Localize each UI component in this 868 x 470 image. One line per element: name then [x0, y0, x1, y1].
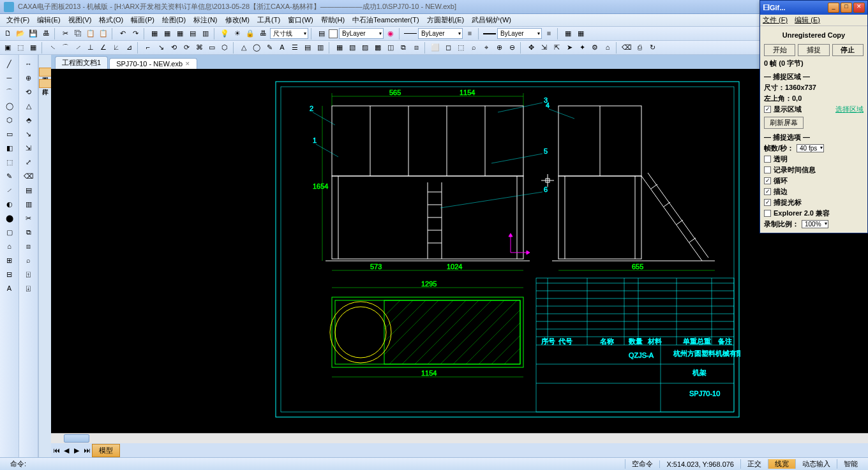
draw-tool-6[interactable]: ◧ — [3, 142, 17, 154]
dock-tab-styles[interactable]: 样库 — [39, 79, 52, 88]
tool-btn-18[interactable]: ☰ — [289, 42, 301, 54]
lt-mgr-btn[interactable]: ≡ — [464, 28, 475, 40]
tool-btn-19[interactable]: ▤ — [302, 42, 313, 54]
tool-btn-26[interactable]: ⧉ — [398, 42, 409, 54]
tool-btn-5[interactable]: ⟀ — [110, 42, 122, 54]
linetype-combo[interactable]: ByLayer — [418, 28, 463, 39]
tool-btn-24[interactable]: ▩ — [372, 42, 384, 54]
tab-last-btn[interactable]: ⏭ — [82, 446, 92, 454]
status-dyn[interactable]: 动态输入 — [795, 459, 837, 469]
dim-style-combo[interactable]: 尺寸线 — [270, 28, 308, 39]
menu-8[interactable]: 工具(T) — [253, 14, 284, 26]
tool-btn-7[interactable]: ⌐ — [142, 42, 154, 54]
tool-btn-37[interactable]: ⇱ — [551, 42, 562, 54]
status-ortho[interactable]: 正交 — [740, 459, 768, 469]
gif-cb-explorer[interactable] — [764, 210, 771, 217]
menu-12[interactable]: 方圆塑机(E) — [423, 14, 468, 26]
mod-tool-5[interactable]: ↘ — [22, 128, 36, 140]
draw-tool-11[interactable]: ⬤ — [3, 212, 17, 224]
draw-tool-8[interactable]: ✎ — [3, 170, 17, 182]
mod-tool-2[interactable]: ⟲ — [22, 85, 36, 98]
mod-tool-0[interactable]: ↔ — [22, 57, 36, 70]
tool-btn-39[interactable]: ✦ — [576, 42, 588, 54]
menu-7[interactable]: 修改(M) — [221, 14, 254, 26]
tool-btn-42[interactable]: ⌫ — [621, 42, 632, 54]
menu-1[interactable]: 编辑(E) — [33, 14, 64, 26]
draw-tool-7[interactable]: ⬚ — [3, 156, 17, 168]
draw-tool-1[interactable]: ─ — [3, 71, 17, 84]
save-btn[interactable]: 💾 — [27, 28, 39, 40]
redo-btn[interactable]: ↷ — [130, 28, 141, 40]
mod-tool-6[interactable]: ⇲ — [22, 142, 36, 154]
tool-btn-21[interactable]: ▦ — [334, 42, 345, 54]
tool-btn-28[interactable]: ⬜ — [430, 42, 441, 54]
sel-all-btn[interactable]: ⬚ — [15, 42, 26, 54]
model-tab[interactable]: 模型 — [92, 444, 120, 457]
gif-menu-edit[interactable]: 编辑 (E) — [795, 16, 820, 24]
tool-btn-3[interactable]: ⊥ — [85, 42, 96, 54]
gif-cb-showarea[interactable]: ✓ — [764, 106, 771, 113]
tool-btn-23[interactable]: ▨ — [359, 42, 371, 54]
wheel-btn[interactable]: ◉ — [385, 28, 396, 40]
mod-tool-16[interactable]: ⍗ — [22, 282, 36, 295]
draw-tool-16[interactable]: A — [3, 282, 17, 295]
copy-btn[interactable]: ⿻ — [72, 28, 84, 40]
draw-tool-3[interactable]: ◯ — [3, 99, 17, 112]
tool-btn-2[interactable]: ⟋ — [72, 42, 84, 54]
gif-window[interactable]: 🎞 Gif... _ □ ✕ 文件 (F) 编辑 (E) Unregistere… — [760, 0, 868, 233]
mod-tool-14[interactable]: ⌕ — [22, 254, 36, 267]
menu-9[interactable]: 窗口(W) — [284, 14, 317, 26]
tool-e-btn[interactable]: ▥ — [200, 28, 211, 40]
menu-0[interactable]: 文件(F) — [3, 14, 33, 26]
tool-btn-15[interactable]: ◯ — [251, 42, 262, 54]
open-btn[interactable]: 📂 — [15, 28, 26, 40]
status-lineweight[interactable]: 线宽 — [768, 459, 795, 469]
paste-btn[interactable]: 📋 — [85, 28, 96, 40]
gif-select-area[interactable]: 选择区域 — [835, 105, 864, 114]
menu-10[interactable]: 帮助(H) — [317, 14, 348, 26]
tool-btn-0[interactable]: ⟍ — [47, 42, 58, 54]
ext2-btn[interactable]: ▦ — [575, 28, 587, 40]
tab-next-btn[interactable]: ▶ — [71, 446, 82, 455]
tool-btn-4[interactable]: ∠ — [98, 42, 109, 54]
gif-max-btn[interactable]: □ — [841, 3, 852, 13]
lw-mgr-btn[interactable]: ≡ — [543, 28, 555, 40]
draw-tool-13[interactable]: ⌂ — [3, 240, 17, 253]
gif-titlebar[interactable]: 🎞 Gif... _ □ ✕ — [760, 1, 867, 15]
doc-tab-1[interactable]: SPJ70-10 - NEW.exb✕ — [109, 58, 197, 69]
color-combo[interactable]: ByLayer — [339, 28, 384, 39]
tool-btn-16[interactable]: ✎ — [264, 42, 275, 54]
mod-tool-10[interactable]: ▥ — [22, 198, 36, 210]
status-smart[interactable]: 智能 — [837, 459, 864, 469]
dock-tab-library[interactable]: 图库 — [39, 68, 52, 77]
draw-tool-4[interactable]: ⬡ — [3, 114, 17, 126]
menu-5[interactable]: 绘图(D) — [158, 14, 190, 26]
tool-btn-11[interactable]: ⌘ — [193, 42, 205, 54]
menu-13[interactable]: 武昌锅炉(W) — [468, 14, 515, 26]
tool-btn-29[interactable]: ◻ — [442, 42, 454, 54]
tool-btn-44[interactable]: ↻ — [647, 42, 658, 54]
gif-close-btn[interactable]: ✕ — [853, 3, 865, 13]
sun-btn[interactable]: ☀ — [232, 28, 243, 40]
tool-btn-27[interactable]: ⧇ — [410, 42, 422, 54]
tool-btn-31[interactable]: ⌕ — [468, 42, 479, 54]
gif-cb-time[interactable] — [764, 166, 771, 173]
new-btn[interactable]: 🗋 — [2, 28, 13, 40]
tool-btn-33[interactable]: ⊕ — [493, 42, 505, 54]
tool-b-btn[interactable]: ▦ — [161, 28, 173, 40]
mod-tool-8[interactable]: ⌫ — [22, 170, 36, 182]
mod-tool-15[interactable]: ⍐ — [22, 268, 36, 281]
mod-tool-9[interactable]: ▤ — [22, 184, 36, 196]
drawing-canvas[interactable]: 565 1154 1654 573 1024 655 1154 1295 2 1… — [51, 69, 868, 433]
mod-tool-4[interactable]: ⬘ — [22, 114, 36, 126]
tool-btn-17[interactable]: A — [276, 42, 288, 54]
cut-btn[interactable]: ✂ — [59, 28, 71, 40]
tool-c-btn[interactable]: ▦ — [174, 28, 186, 40]
draw-tool-9[interactable]: ⟋ — [3, 184, 17, 196]
mod-tool-13[interactable]: ⧇ — [22, 240, 36, 253]
tool-btn-35[interactable]: ✥ — [525, 42, 537, 54]
bulb-btn[interactable]: 💡 — [219, 28, 230, 40]
gif-cb-trans[interactable] — [764, 156, 771, 163]
tool-btn-22[interactable]: ▧ — [347, 42, 358, 54]
tool-btn-14[interactable]: △ — [238, 42, 250, 54]
